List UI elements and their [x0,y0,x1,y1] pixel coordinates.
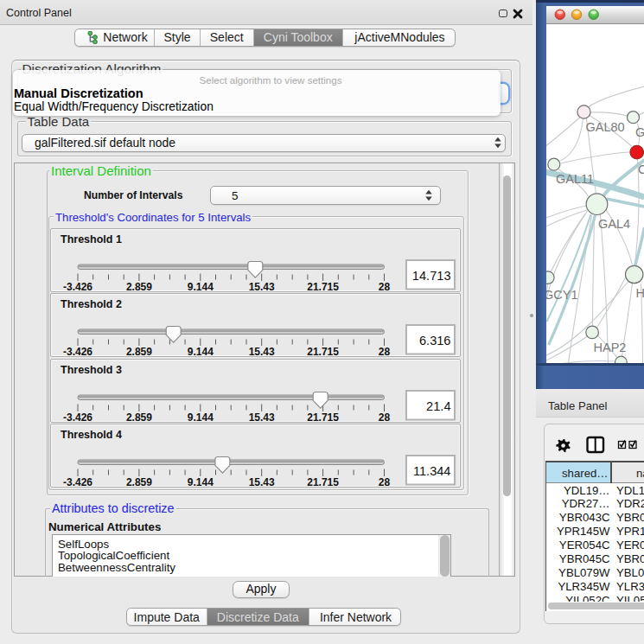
svg-text:28: 28 [379,280,391,291]
svg-text:21.715: 21.715 [307,346,339,357]
svg-text:15.43: 15.43 [249,411,275,422]
svg-text:-3.426: -3.426 [63,411,92,422]
svg-text:2.859: 2.859 [126,411,152,422]
svg-text:2.859: 2.859 [126,476,152,488]
svg-text:21.715: 21.715 [307,476,339,488]
svg-text:21.4: 21.4 [426,399,450,412]
svg-text:9.144: 9.144 [188,411,214,422]
svg-text:HA: HA [635,286,644,300]
svg-text:GCY1: GCY1 [546,288,578,302]
svg-text:GAL4: GAL4 [598,217,630,231]
svg-text:HAP2: HAP2 [593,341,626,354]
svg-text:28: 28 [379,411,391,422]
svg-text:9.144: 9.144 [188,476,214,488]
svg-text:Threshold 1: Threshold 1 [61,233,122,245]
svg-text:21.715: 21.715 [307,411,339,422]
svg-text:-3.426: -3.426 [63,346,92,357]
svg-text:15.43: 15.43 [249,476,275,488]
svg-text:-3.426: -3.426 [63,280,92,291]
svg-text:-3.426: -3.426 [63,476,92,488]
svg-text:21.715: 21.715 [307,280,339,291]
svg-text:GA: GA [635,125,644,139]
svg-text:28: 28 [379,346,391,357]
svg-text:2.859: 2.859 [126,280,152,291]
svg-text:2.859: 2.859 [126,346,152,357]
svg-text:15.43: 15.43 [249,346,275,357]
svg-text:15.43: 15.43 [249,280,275,291]
svg-text:Threshold 2: Threshold 2 [61,298,122,310]
svg-text:GAL80: GAL80 [585,120,624,134]
svg-text:28: 28 [379,476,391,488]
svg-text:14.713: 14.713 [412,268,451,282]
svg-text:9.144: 9.144 [188,280,214,291]
svg-text:9.144: 9.144 [188,346,214,357]
svg-text:Threshold 4: Threshold 4 [61,429,122,441]
svg-text:Threshold 3: Threshold 3 [61,363,122,375]
svg-text:GAL11: GAL11 [556,172,594,186]
svg-text:C: C [638,163,644,176]
svg-text:11.344: 11.344 [413,464,451,478]
svg-text:6.316: 6.316 [419,334,451,348]
